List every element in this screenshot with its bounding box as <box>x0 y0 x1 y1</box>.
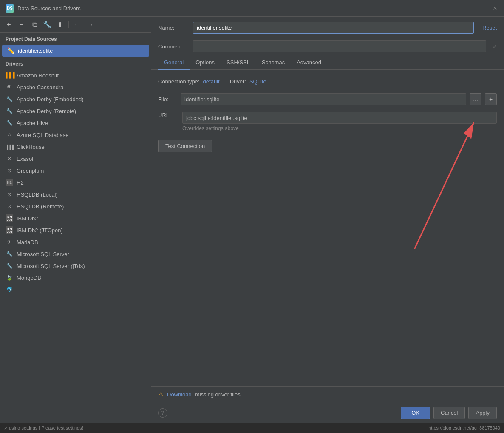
close-button[interactable]: × <box>492 5 498 12</box>
hive-icon: 🔧 <box>6 119 13 127</box>
derby-embedded-icon: 🔧 <box>6 95 13 103</box>
cancel-button[interactable]: Cancel <box>433 407 465 419</box>
driver-item-mssql-jtds[interactable]: 🔧 Microsoft SQL Server (jTds) <box>0 260 151 272</box>
name-input[interactable] <box>193 22 474 34</box>
download-link[interactable]: Download <box>167 391 192 398</box>
tab-advanced[interactable]: Advanced <box>291 56 327 70</box>
warning-bar: ⚠ Download missing driver files <box>151 386 504 402</box>
dialog: DS Data Sources and Drivers × + − ⧉ 🔧 ⬆ … <box>0 0 504 433</box>
amazon-redshift-icon: ▐▐▐ <box>6 71 13 79</box>
driver-item-mssql[interactable]: 🔧 Microsoft SQL Server <box>0 248 151 260</box>
driver-name: H2 <box>17 179 24 186</box>
greenplum-icon: ⊙ <box>6 167 13 174</box>
right-panel: Name: Reset Comment: ⤢ General Options S… <box>151 17 504 423</box>
driver-name: MySQL <box>17 287 35 293</box>
driver-name: Apache Derby (Remote) <box>17 108 76 114</box>
toolbar-separator <box>68 21 69 28</box>
file-browse-button[interactable]: ... <box>470 93 481 105</box>
file-label: File: <box>158 96 177 103</box>
main-content: + − ⧉ 🔧 ⬆ ← → Project Data Sources ✏️ id… <box>0 17 504 423</box>
hsqldb-local-icon: ⊙ <box>6 191 13 198</box>
driver-item-apache-hive[interactable]: 🔧 Apache Hive <box>0 117 151 129</box>
add-datasource-button[interactable]: + <box>4 20 14 30</box>
driver-item-clickhouse[interactable]: ▐▐▐ ClickHouse <box>0 141 151 153</box>
apply-button[interactable]: Apply <box>468 407 497 419</box>
tab-options[interactable]: Options <box>190 56 221 70</box>
window-title: Data Sources and Drivers <box>17 5 492 11</box>
azure-icon: △ <box>6 131 13 139</box>
driver-item-apache-derby-embedded[interactable]: 🔧 Apache Derby (Embedded) <box>0 93 151 105</box>
warning-icon: ⚠ <box>158 391 164 398</box>
reset-button[interactable]: Reset <box>482 25 497 31</box>
expand-icon[interactable]: ⤢ <box>493 44 497 49</box>
settings-button[interactable]: 🔧 <box>42 20 52 30</box>
driver-value[interactable]: SQLite <box>249 78 266 85</box>
datasource-item-identifier[interactable]: ✏️ identifier.sqlite <box>2 45 149 57</box>
driver-item-mysql[interactable]: 🐬 MySQL <box>0 284 151 296</box>
test-connection-row: Test Connection <box>158 140 497 152</box>
hsqldb-remote-icon: ⊙ <box>6 202 13 210</box>
driver-name: Apache Derby (Embedded) <box>17 96 84 103</box>
driver-item-hsqldb-remote[interactable]: ⊙ HSQLDB (Remote) <box>0 200 151 212</box>
name-label: Name: <box>158 25 188 31</box>
h2-icon: H2 <box>6 179 13 186</box>
file-add-button[interactable]: + <box>485 93 497 105</box>
ibm-db2-jtopen-icon: IBMDb2 <box>6 226 13 234</box>
back-button[interactable]: ← <box>72 20 82 30</box>
driver-name: MongoDB <box>17 275 41 281</box>
status-text: ↗ using settings | Please test settings! <box>4 425 425 431</box>
tab-general[interactable]: General <box>158 56 190 70</box>
mariadb-icon: ✈ <box>6 238 13 246</box>
remove-datasource-button[interactable]: − <box>17 20 27 30</box>
driver-item-ibm-db2-jtopen[interactable]: IBMDb2 IBM Db2 (JTOpen) <box>0 224 151 236</box>
driver-name: Microsoft SQL Server <box>17 251 69 257</box>
left-toolbar: + − ⧉ 🔧 ⬆ ← → <box>0 17 151 33</box>
export-button[interactable]: ⬆ <box>55 20 65 30</box>
driver-item-greenplum[interactable]: ⊙ Greenplum <box>0 165 151 177</box>
driver-name: Microsoft SQL Server (jTds) <box>17 263 85 269</box>
driver-name: MariaDB <box>17 239 38 245</box>
warning-text: missing driver files <box>195 391 241 398</box>
title-bar: DS Data Sources and Drivers × <box>0 0 504 17</box>
driver-label: Driver: <box>230 78 246 85</box>
datasource-name: identifier.sqlite <box>18 48 53 54</box>
driver-name: Amazon Redshift <box>17 72 59 79</box>
forward-button[interactable]: → <box>85 20 95 30</box>
file-row: File: ... + <box>158 93 497 105</box>
help-button[interactable]: ? <box>158 408 167 418</box>
test-connection-button[interactable]: Test Connection <box>158 140 212 152</box>
comment-input[interactable] <box>193 40 486 52</box>
driver-item-azure-sql[interactable]: △ Azure SQL Database <box>0 129 151 141</box>
driver-name: HSQLDB (Local) <box>17 191 58 198</box>
driver-name: IBM Db2 <box>17 215 38 222</box>
tab-ssh-ssl[interactable]: SSH/SSL <box>221 56 256 70</box>
cassandra-icon: 👁 <box>6 83 13 91</box>
driver-item-hsqldb-local[interactable]: ⊙ HSQLDB (Local) <box>0 188 151 200</box>
url-input[interactable] <box>182 112 497 124</box>
connection-type-value[interactable]: default <box>203 78 220 85</box>
driver-item-h2[interactable]: H2 H2 <box>0 177 151 188</box>
comment-label: Comment: <box>158 43 188 50</box>
connection-type-row: Connection type: default Driver: SQLite <box>158 78 497 85</box>
file-input[interactable] <box>181 93 466 105</box>
tab-schemas[interactable]: Schemas <box>256 56 291 70</box>
drivers-section-title: Drivers <box>0 57 151 69</box>
bottom-bar: ? OK Cancel Apply <box>151 402 504 423</box>
project-sources-title: Project Data Sources <box>0 33 151 45</box>
copy-datasource-button[interactable]: ⧉ <box>29 20 40 30</box>
driver-item-apache-cassandra[interactable]: 👁 Apache Cassandra <box>0 81 151 93</box>
ok-button[interactable]: OK <box>401 407 430 419</box>
driver-item-mongodb[interactable]: 🍃 MongoDB <box>0 272 151 284</box>
drivers-scroll-area: Drivers ▐▐▐ Amazon Redshift 👁 Apache Cas… <box>0 57 151 423</box>
driver-item-mariadb[interactable]: ✈ MariaDB <box>0 236 151 248</box>
url-label: URL: <box>158 112 177 118</box>
mongodb-icon: 🍃 <box>6 274 13 282</box>
status-link[interactable]: https://blog.csdn.net/qq_38175040 <box>428 425 500 430</box>
driver-item-apache-derby-remote[interactable]: 🔧 Apache Derby (Remote) <box>0 105 151 117</box>
left-panel: + − ⧉ 🔧 ⬆ ← → Project Data Sources ✏️ id… <box>0 17 151 423</box>
driver-item-ibm-db2[interactable]: IBMDb2 IBM Db2 <box>0 212 151 224</box>
driver-item-amazon-redshift[interactable]: ▐▐▐ Amazon Redshift <box>0 69 151 81</box>
driver-item-exasol[interactable]: ✕ Exasol <box>0 153 151 165</box>
ibm-db2-icon: IBMDb2 <box>6 214 13 222</box>
connection-type-label: Connection type: <box>158 78 200 85</box>
